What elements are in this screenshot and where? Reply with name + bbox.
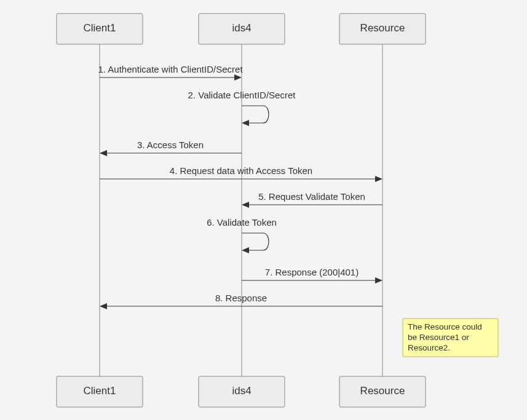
svg-marker-15	[242, 247, 249, 253]
svg-marker-19	[100, 303, 107, 309]
msg-label: 2. Validate ClientID/Secret	[188, 90, 296, 100]
participant-label: Resource	[360, 22, 405, 34]
participant-ids4-top: ids4	[199, 14, 285, 44]
participant-client1-bottom: Client1	[57, 376, 143, 407]
participant-label: ids4	[232, 22, 251, 34]
note-line: be Resource1 or	[408, 333, 469, 342]
participant-label: Resource	[360, 385, 405, 397]
participant-label: ids4	[232, 385, 251, 397]
svg-marker-10	[100, 150, 107, 156]
msg-request-data: 4. Request data with Access Token	[100, 165, 382, 182]
msg-access-token: 3. Access Token	[100, 140, 242, 156]
participant-ids4-bottom: ids4	[199, 376, 285, 407]
note-resource: The Resource could be Resource1 or Resou…	[403, 319, 498, 357]
svg-marker-12	[375, 176, 382, 182]
msg-label: 6. Validate Token	[207, 217, 277, 228]
participant-label: Client1	[84, 22, 116, 34]
msg-request-validate-token: 5. Request Validate Token	[242, 191, 382, 208]
sequence-diagram: Client1 ids4 Resource Client1 ids4 Resou…	[0, 0, 527, 420]
msg-authenticate: 1. Authenticate with ClientID/Secret	[98, 64, 243, 81]
svg-marker-8	[242, 120, 249, 126]
msg-response: 8. Response	[100, 293, 382, 309]
msg-label: 3. Access Token	[137, 140, 204, 150]
svg-marker-17	[375, 277, 382, 283]
msg-label: 4. Request data with Access Token	[170, 165, 312, 176]
participant-resource-top: Resource	[339, 14, 426, 44]
msg-response-status: 7. Response (200|401)	[242, 267, 382, 283]
participant-label: Client1	[84, 385, 116, 397]
msg-label: 8. Response	[215, 293, 267, 303]
participant-client1-top: Client1	[57, 14, 143, 44]
participant-resource-bottom: Resource	[339, 376, 426, 407]
msg-label: 7. Response (200|401)	[265, 267, 359, 277]
msg-label: 5. Request Validate Token	[258, 191, 365, 202]
msg-label: 1. Authenticate with ClientID/Secret	[98, 64, 243, 74]
note-line: Resource2.	[408, 343, 450, 352]
svg-marker-7	[234, 74, 242, 81]
note-line: The Resource could	[408, 322, 482, 331]
svg-marker-14	[242, 202, 249, 208]
